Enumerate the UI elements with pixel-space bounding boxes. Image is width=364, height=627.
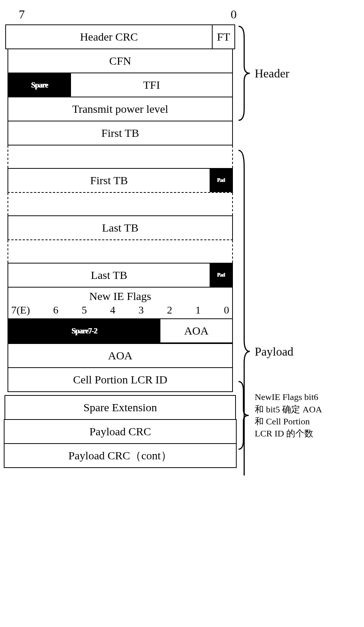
field-first-tb-top: First TB (8, 121, 232, 145)
label-payload: Payload (252, 345, 293, 359)
row-aoa-full: AOA (8, 343, 233, 367)
ie-bit-2: 2 (167, 304, 172, 316)
note-line-4: LCR ID 的个数 (255, 427, 322, 439)
field-tfi: TFI (71, 73, 232, 97)
ie-bit-6: 6 (53, 304, 59, 316)
row-last-tb-top: Last TB (8, 215, 233, 239)
field-spare-ext: Spare Extension (5, 396, 235, 419)
gap-first-tb (8, 145, 233, 168)
field-aoa-full: AOA (8, 344, 232, 367)
note-text: NewIE Flags bit6 和 bit5 确定 AOA 和 Cell Po… (252, 391, 322, 440)
ie-bit-7: 7(E) (11, 304, 30, 316)
field-aoa-short: AOA (160, 319, 232, 342)
field-payload-crc: Payload CRC (5, 420, 236, 443)
field-last-tb-pad: Last TB (8, 264, 210, 287)
row-tx-power: Transmit power level (8, 97, 233, 121)
ie-bit-1: 1 (195, 304, 201, 316)
field-last-tb-top: Last TB (8, 216, 232, 239)
row-header-crc: Header CRC FT (5, 24, 235, 49)
row-cell-portion: Cell Portion LCR ID (8, 367, 233, 392)
row-spare-ext: Spare Extension (5, 395, 236, 420)
row-spare72-aoa: Spare7-2 AOA (8, 318, 232, 342)
ie-bits-row: 7(E) 6 5 4 3 2 1 0 (8, 303, 232, 318)
row-new-ie-flags: New IE Flags 7(E) 6 5 4 3 2 1 0 Spare7-2… (8, 288, 233, 343)
row-first-tb-pad: First TB Pad (8, 168, 233, 192)
field-pad-1: Pad (210, 169, 232, 192)
ie-bit-3: 3 (139, 304, 144, 316)
frame-diagram: 7 0 Header CRC FT CFN Spare TFI (8, 8, 353, 468)
row-cfn: CFN (8, 48, 233, 73)
bit-msb-label: 7 (19, 8, 38, 21)
field-pad-2: Pad (210, 264, 232, 287)
bit-index-row: 7 0 (8, 8, 353, 21)
row-last-tb-pad: Last TB Pad (8, 263, 233, 288)
brace-header: Header (237, 24, 289, 122)
row-payload-crc: Payload CRC (4, 419, 237, 443)
row-payload-crc-cont: Payload CRC（cont） (4, 443, 237, 468)
field-cfn: CFN (8, 49, 232, 73)
ie-bit-0: 0 (224, 304, 229, 316)
ie-bit-4: 4 (110, 304, 115, 316)
field-first-tb-pad: First TB (8, 169, 210, 192)
bit-lsb-label: 0 (218, 8, 237, 21)
note-line-2: 和 bit5 确定 AOA (255, 403, 322, 415)
field-new-ie-flags-title: New IE Flags (8, 288, 232, 303)
field-tx-power: Transmit power level (8, 97, 232, 121)
row-first-tb-top: First TB (8, 121, 233, 145)
gap-mid (8, 193, 233, 215)
gap-last-tb (8, 240, 233, 263)
field-spare72: Spare7-2 (8, 319, 160, 342)
frame-column: Header CRC FT CFN Spare TFI Transmit pow… (8, 24, 233, 468)
row-tfi: Spare TFI (8, 73, 233, 97)
field-header-crc: Header CRC (6, 25, 212, 48)
note-line-1: NewIE Flags bit6 (255, 391, 322, 403)
note-line-3: 和 Cell Portion (255, 415, 322, 427)
field-ft: FT (212, 25, 234, 48)
field-tfi-spare: Spare (8, 73, 71, 97)
brace-note: NewIE Flags bit6 和 bit5 确定 AOA 和 Cell Po… (237, 380, 322, 451)
label-header: Header (252, 67, 289, 80)
ie-bit-5: 5 (82, 304, 87, 316)
side-annotations: Header Payload NewIE Flags bit6 和 bit5 确… (233, 24, 346, 468)
brace-icon (237, 380, 252, 451)
field-payload-crc-cont: Payload CRC（cont） (5, 444, 236, 467)
field-cell-portion: Cell Portion LCR ID (8, 368, 232, 391)
brace-icon (237, 24, 252, 122)
